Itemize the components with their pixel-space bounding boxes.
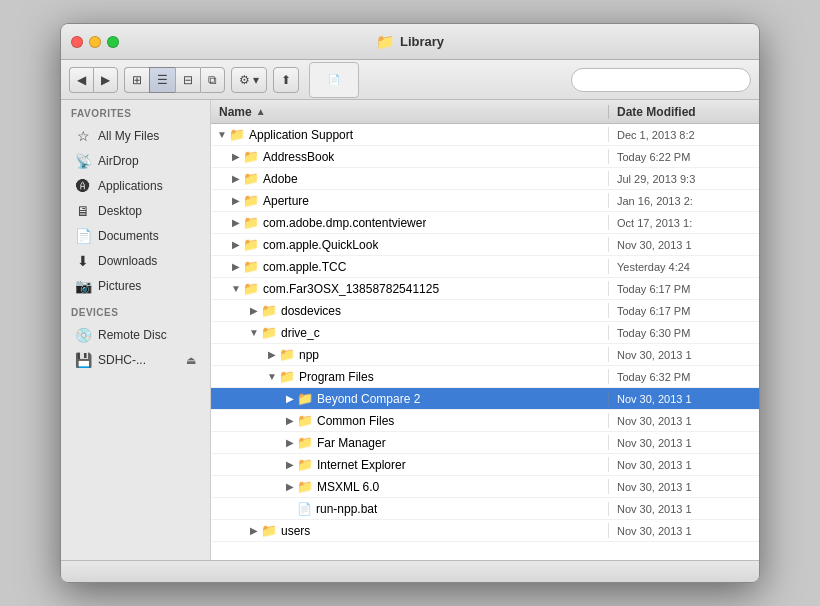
table-row[interactable]: ▶ 📁 npp Nov 30, 2013 1 (211, 344, 759, 366)
expand-icon[interactable]: ▼ (229, 283, 243, 294)
sidebar-item-label: All My Files (98, 129, 159, 143)
folder-icon: 📁 (297, 413, 313, 428)
sidebar-item-downloads[interactable]: ⬇ Downloads (65, 249, 206, 273)
toolbar: ◀ ▶ ⊞ ☰ ⊟ ⧉ ⚙ ▾ ⬆ 📄 🔍 (61, 60, 759, 100)
share-button[interactable]: ⬆ (273, 67, 299, 93)
sidebar-item-pictures[interactable]: 📷 Pictures (65, 274, 206, 298)
table-row[interactable]: ▼ 📁 drive_c Today 6:30 PM (211, 322, 759, 344)
folder-icon: 📁 (279, 347, 295, 362)
table-row[interactable]: ▶ 📁 com.adobe.dmp.contentviewer Oct 17, … (211, 212, 759, 234)
table-row[interactable]: ▶ 📁 com.apple.QuickLook Nov 30, 2013 1 (211, 234, 759, 256)
expand-icon[interactable]: ▶ (283, 415, 297, 426)
window-title: 📁 Library (376, 33, 444, 51)
table-row[interactable]: ▼ 📁 Application Support Dec 1, 2013 8:2 (211, 124, 759, 146)
window-title-text: Library (400, 34, 444, 49)
sidebar-item-all-my-files[interactable]: ☆ All My Files (65, 124, 206, 148)
sidebar-item-label: Pictures (98, 279, 141, 293)
view-buttons: ⊞ ☰ ⊟ ⧉ (124, 67, 225, 93)
preview-area: 📄 (309, 62, 359, 98)
favorites-header: FAVORITES (61, 100, 210, 123)
folder-icon: 📁 (243, 171, 259, 186)
name-column-header[interactable]: Name ▲ (211, 105, 609, 119)
table-row[interactable]: ▶ 📁 com.apple.TCC Yesterday 4:24 (211, 256, 759, 278)
view-list-button[interactable]: ☰ (149, 67, 175, 93)
expand-icon[interactable]: ▶ (283, 481, 297, 492)
sidebar-item-documents[interactable]: 📄 Documents (65, 224, 206, 248)
expand-icon[interactable]: ▶ (265, 349, 279, 360)
expand-icon[interactable]: ▶ (229, 261, 243, 272)
table-row[interactable]: ▶ 📁 Adobe Jul 29, 2013 9:3 (211, 168, 759, 190)
expand-icon[interactable]: ▶ (229, 239, 243, 250)
table-row[interactable]: ▶ 📁 MSXML 6.0 Nov 30, 2013 1 (211, 476, 759, 498)
folder-icon: 📁 (243, 259, 259, 274)
sidebar-item-desktop[interactable]: 🖥 Desktop (65, 199, 206, 223)
view-icon-button[interactable]: ⊞ (124, 67, 149, 93)
folder-icon: 📁 (261, 523, 277, 538)
file-list: ▼ 📁 Application Support Dec 1, 2013 8:2 … (211, 124, 759, 560)
folder-icon: 📁 (297, 391, 313, 406)
folder-icon: 📁 (261, 303, 277, 318)
folder-icon: 📁 (243, 215, 259, 230)
sort-arrow-icon: ▲ (256, 106, 266, 117)
action-button[interactable]: ⚙ ▾ (231, 67, 267, 93)
statusbar (61, 560, 759, 582)
table-row[interactable]: 📄 run-npp.bat Nov 30, 2013 1 (211, 498, 759, 520)
expand-icon[interactable]: ▼ (265, 371, 279, 382)
expand-icon[interactable]: ▶ (229, 173, 243, 184)
maximize-button[interactable] (107, 36, 119, 48)
column-header: Name ▲ Date Modified (211, 100, 759, 124)
table-row[interactable]: ▼ 📁 com.Far3OSX_13858782541125 Today 6:1… (211, 278, 759, 300)
table-row[interactable]: ▶ 📁 Beyond Compare 2 Nov 30, 2013 1 (211, 388, 759, 410)
expand-icon[interactable]: ▶ (283, 393, 297, 404)
nav-buttons: ◀ ▶ (69, 67, 118, 93)
airdrop-icon: 📡 (75, 153, 91, 169)
table-row[interactable]: ▶ 📁 Aperture Jan 16, 2013 2: (211, 190, 759, 212)
devices-header: DEVICES (61, 299, 210, 322)
expand-icon[interactable]: ▶ (247, 305, 261, 316)
view-column-button[interactable]: ⊟ (175, 67, 200, 93)
sidebar-item-label: Desktop (98, 204, 142, 218)
applications-icon: 🅐 (75, 178, 91, 194)
expand-icon[interactable]: ▶ (283, 459, 297, 470)
table-row[interactable]: ▶ 📁 Common Files Nov 30, 2013 1 (211, 410, 759, 432)
expand-icon[interactable]: ▶ (229, 195, 243, 206)
all-my-files-icon: ☆ (75, 128, 91, 144)
table-row[interactable]: ▶ 📁 dosdevices Today 6:17 PM (211, 300, 759, 322)
folder-icon: 📁 (243, 149, 259, 164)
expand-icon[interactable]: ▶ (283, 437, 297, 448)
sidebar-item-label: Downloads (98, 254, 157, 268)
table-row[interactable]: ▶ 📁 Internet Explorer Nov 30, 2013 1 (211, 454, 759, 476)
main-content: Name ▲ Date Modified ▼ 📁 Application Sup… (211, 100, 759, 560)
remote-disc-icon: 💿 (75, 327, 91, 343)
table-row[interactable]: ▶ 📁 Far Manager Nov 30, 2013 1 (211, 432, 759, 454)
search-input[interactable] (571, 68, 751, 92)
date-column-header[interactable]: Date Modified (609, 105, 759, 119)
expand-icon[interactable]: ▼ (215, 129, 229, 140)
sidebar-item-label: Remote Disc (98, 328, 167, 342)
expand-icon[interactable]: ▶ (247, 525, 261, 536)
forward-button[interactable]: ▶ (93, 67, 118, 93)
downloads-icon: ⬇ (75, 253, 91, 269)
folder-icon: 📁 (243, 237, 259, 252)
sidebar-item-label: SDHC-... (98, 353, 146, 367)
folder-icon: 📁 (243, 281, 259, 296)
expand-icon[interactable]: ▶ (229, 151, 243, 162)
window-title-icon: 📁 (376, 33, 395, 51)
expand-icon[interactable]: ▶ (229, 217, 243, 228)
table-row[interactable]: ▶ 📁 users Nov 30, 2013 1 (211, 520, 759, 542)
sidebar-item-sdhc[interactable]: 💾 SDHC-... ⏏ (65, 348, 206, 372)
view-coverflow-button[interactable]: ⧉ (200, 67, 225, 93)
table-row[interactable]: ▶ 📁 AddressBook Today 6:22 PM (211, 146, 759, 168)
close-button[interactable] (71, 36, 83, 48)
sidebar-item-label: Documents (98, 229, 159, 243)
minimize-button[interactable] (89, 36, 101, 48)
table-row[interactable]: ▼ 📁 Program Files Today 6:32 PM (211, 366, 759, 388)
folder-icon: 📁 (279, 369, 295, 384)
sdhc-eject-icon[interactable]: ⏏ (186, 354, 196, 367)
back-button[interactable]: ◀ (69, 67, 93, 93)
sidebar-item-remote-disc[interactable]: 💿 Remote Disc (65, 323, 206, 347)
sidebar-item-applications[interactable]: 🅐 Applications (65, 174, 206, 198)
traffic-lights (71, 36, 119, 48)
sidebar-item-airdrop[interactable]: 📡 AirDrop (65, 149, 206, 173)
expand-icon[interactable]: ▼ (247, 327, 261, 338)
